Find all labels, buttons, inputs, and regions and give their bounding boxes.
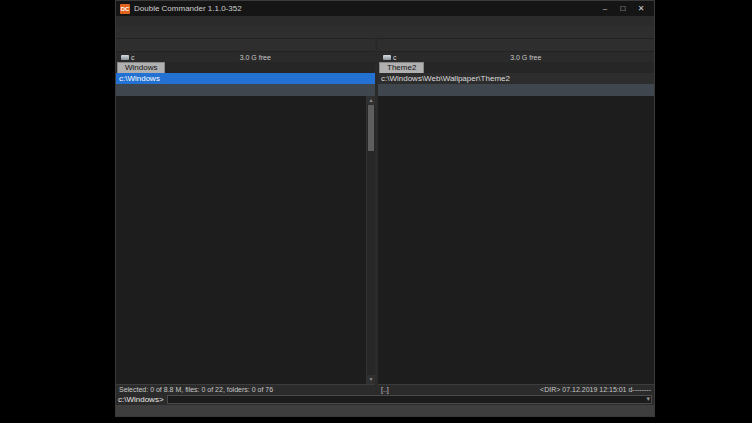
function-key-bar (116, 405, 654, 416)
command-line-row: c:\Windows> ▾ (116, 394, 654, 405)
tab-theme2[interactable]: Theme2 (379, 62, 424, 73)
window-title: Double Commander 1.1.0-352 (134, 4, 596, 13)
right-panel: c 3.0 G free Theme2 c:\Windows\Web\Wallp… (378, 39, 654, 394)
command-prompt-label: c:\Windows> (118, 395, 164, 404)
selection-summary: Selected: 0 of 8.8 M, files: 0 of 22, fo… (119, 385, 273, 394)
right-path-bar[interactable]: c:\Windows\Web\Wallpaper\Theme2 (378, 73, 654, 84)
app-window: DC Double Commander 1.1.0-352 – □ ✕ c 3.… (115, 0, 655, 417)
left-drive-bar (116, 39, 375, 51)
drive-icon (383, 55, 391, 60)
left-tabs-row: Windows (116, 62, 375, 73)
minimize-button[interactable]: – (596, 4, 614, 13)
dropdown-caret-icon[interactable]: ▾ (646, 395, 650, 403)
drive-selector[interactable]: c (118, 54, 138, 61)
right-drive-bar (378, 39, 654, 51)
main-toolbar (116, 26, 654, 39)
cursor-file-info: <DIR> 07.12.2019 12:15:01 d-------- (540, 385, 651, 394)
left-column-headers (116, 84, 375, 96)
scroll-thumb[interactable] (368, 105, 374, 151)
left-file-list (116, 96, 366, 384)
left-scrollbar[interactable]: ▲ ▼ (366, 96, 375, 384)
left-path-bar[interactable]: c:\Windows (116, 73, 375, 84)
right-column-headers (378, 84, 654, 96)
menu-bar (116, 16, 654, 26)
app-logo-icon: DC (120, 4, 130, 14)
left-drive-header: c 3.0 G free (116, 51, 375, 62)
free-space-label: 3.0 G free (138, 54, 374, 61)
scroll-up-icon[interactable]: ▲ (367, 96, 375, 105)
scroll-down-icon[interactable]: ▼ (367, 375, 375, 384)
right-tabs-row: Theme2 (378, 62, 654, 73)
close-button[interactable]: ✕ (632, 4, 650, 13)
cursor-file-label: [..] (381, 385, 389, 394)
free-space-label: 3.0 G free (400, 54, 653, 61)
right-drive-header: c 3.0 G free (378, 51, 654, 62)
left-panel: c 3.0 G free Windows c:\Windows ▲ ▼ Sele… (116, 39, 375, 394)
command-line-input[interactable]: ▾ (167, 395, 652, 404)
left-status-bar: Selected: 0 of 8.8 M, files: 0 of 22, fo… (116, 384, 375, 394)
title-bar: DC Double Commander 1.1.0-352 – □ ✕ (116, 1, 654, 16)
drive-icon (121, 55, 129, 60)
drive-selector[interactable]: c (380, 54, 400, 61)
tab-windows[interactable]: Windows (117, 62, 165, 73)
right-thumbnail-grid (378, 96, 654, 384)
right-status-bar: [..] <DIR> 07.12.2019 12:15:01 d-------- (378, 384, 654, 394)
maximize-button[interactable]: □ (614, 4, 632, 13)
